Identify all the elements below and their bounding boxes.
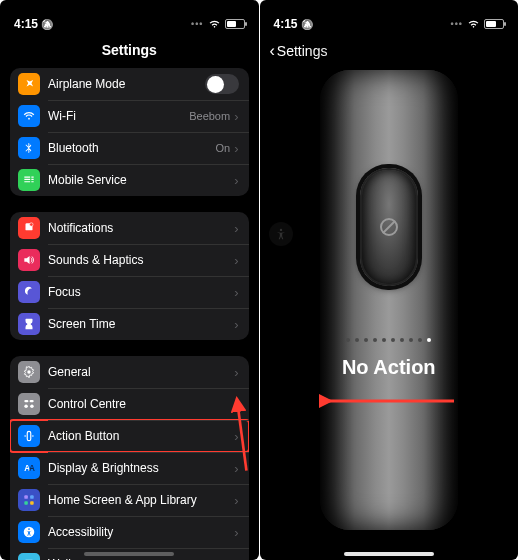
settings-row-wifi[interactable]: Wi-FiBeebom› [10, 100, 249, 132]
svg-text:A: A [29, 464, 35, 473]
accessibility-shortcut-icon[interactable] [269, 222, 293, 246]
wall-icon [18, 553, 40, 560]
bt-icon [18, 137, 40, 159]
chevron-right-icon: › [234, 525, 238, 540]
svg-rect-12 [24, 501, 28, 505]
battery-icon [225, 19, 245, 29]
row-detail: On [215, 142, 230, 154]
screentime-icon [18, 313, 40, 335]
chevron-right-icon: › [234, 365, 238, 380]
settings-screen: 4:15 ••• Settings Airplane ModeWi-FiBeeb… [0, 0, 259, 560]
svg-rect-13 [30, 501, 34, 505]
svg-rect-11 [30, 495, 34, 499]
svg-rect-7 [27, 431, 31, 440]
row-label: Screen Time [48, 317, 234, 331]
page-dot[interactable] [400, 338, 404, 342]
svg-rect-4 [30, 400, 34, 402]
row-label: Accessibility [48, 525, 234, 539]
access-icon [18, 521, 40, 543]
settings-row-control[interactable]: Control Centre› [10, 388, 249, 420]
chevron-right-icon: › [234, 285, 238, 300]
row-label: General [48, 365, 234, 379]
page-indicator[interactable] [260, 338, 519, 342]
mobile-icon [18, 169, 40, 191]
general-icon [18, 361, 40, 383]
home-indicator[interactable] [344, 552, 434, 556]
page-dot[interactable] [355, 338, 359, 342]
status-time: 4:15 [14, 17, 53, 31]
status-bar: 4:15 ••• [0, 0, 259, 38]
sound-icon [18, 249, 40, 271]
settings-row-screentime[interactable]: Screen Time› [10, 308, 249, 340]
toggle[interactable] [205, 74, 239, 94]
settings-row-sound[interactable]: Sounds & Haptics› [10, 244, 249, 276]
chevron-right-icon: › [234, 429, 238, 444]
page-dot[interactable] [382, 338, 386, 342]
action-button-illustration [360, 168, 418, 286]
settings-row-display[interactable]: AADisplay & Brightness› [10, 452, 249, 484]
chevron-right-icon: › [234, 253, 238, 268]
settings-group: Airplane ModeWi-FiBeebom›BluetoothOn›Mob… [10, 68, 249, 196]
row-label: Notifications [48, 221, 234, 235]
nav-title: Settings [0, 38, 259, 68]
action-card-label: No Action [260, 356, 519, 379]
svg-rect-10 [24, 495, 28, 499]
row-label: Action Button [48, 429, 234, 443]
chevron-right-icon: › [234, 173, 238, 188]
chevron-right-icon: › [234, 221, 238, 236]
control-icon [18, 393, 40, 415]
focus-icon [18, 281, 40, 303]
row-label: Wi-Fi [48, 109, 189, 123]
settings-row-notif[interactable]: Notifications› [10, 212, 249, 244]
row-label: Bluetooth [48, 141, 215, 155]
page-dot[interactable] [427, 338, 431, 342]
svg-point-15 [28, 528, 30, 530]
action-button-screen: 4:15 ••• ‹Settings No Action [260, 0, 519, 560]
notif-icon [18, 217, 40, 239]
bell-slash-icon [41, 17, 53, 31]
row-label: Display & Brightness [48, 461, 234, 475]
page-dot[interactable] [346, 338, 350, 342]
svg-point-5 [24, 405, 28, 409]
chevron-right-icon: › [234, 317, 238, 332]
settings-row-general[interactable]: General› [10, 356, 249, 388]
settings-row-focus[interactable]: Focus› [10, 276, 249, 308]
page-dot[interactable] [391, 338, 395, 342]
settings-row-airplane[interactable]: Airplane Mode [10, 68, 249, 100]
page-dot[interactable] [373, 338, 377, 342]
settings-group: Notifications›Sounds & Haptics›Focus›Scr… [10, 212, 249, 340]
row-label: Airplane Mode [48, 77, 205, 91]
chevron-right-icon: › [234, 557, 238, 561]
settings-row-mobile[interactable]: Mobile Service› [10, 164, 249, 196]
svg-line-22 [383, 221, 395, 233]
svg-rect-3 [24, 400, 28, 402]
display-icon: AA [18, 457, 40, 479]
svg-point-2 [27, 370, 31, 374]
row-label: Control Centre [48, 397, 234, 411]
row-label: Sounds & Haptics [48, 253, 234, 267]
settings-row-bt[interactable]: BluetoothOn› [10, 132, 249, 164]
row-label: Mobile Service [48, 173, 234, 187]
wifi-icon [208, 19, 221, 29]
page-dot[interactable] [418, 338, 422, 342]
settings-row-home[interactable]: Home Screen & App Library› [10, 484, 249, 516]
settings-row-access[interactable]: Accessibility› [10, 516, 249, 548]
svg-point-6 [30, 405, 34, 409]
row-label: Home Screen & App Library [48, 493, 234, 507]
home-icon [18, 489, 40, 511]
row-label: Focus [48, 285, 234, 299]
chevron-right-icon: › [234, 461, 238, 476]
row-detail: Beebom [189, 110, 230, 122]
settings-row-action[interactable]: Action Button› [10, 420, 249, 452]
airplane-icon [18, 73, 40, 95]
action-icon [18, 425, 40, 447]
page-dot[interactable] [364, 338, 368, 342]
chevron-right-icon: › [234, 493, 238, 508]
svg-point-23 [279, 229, 281, 231]
chevron-right-icon: › [234, 109, 238, 124]
wifi-icon [18, 105, 40, 127]
chevron-right-icon: › [234, 141, 238, 156]
home-indicator[interactable] [84, 552, 174, 556]
page-dot[interactable] [409, 338, 413, 342]
chevron-right-icon: › [234, 397, 238, 412]
